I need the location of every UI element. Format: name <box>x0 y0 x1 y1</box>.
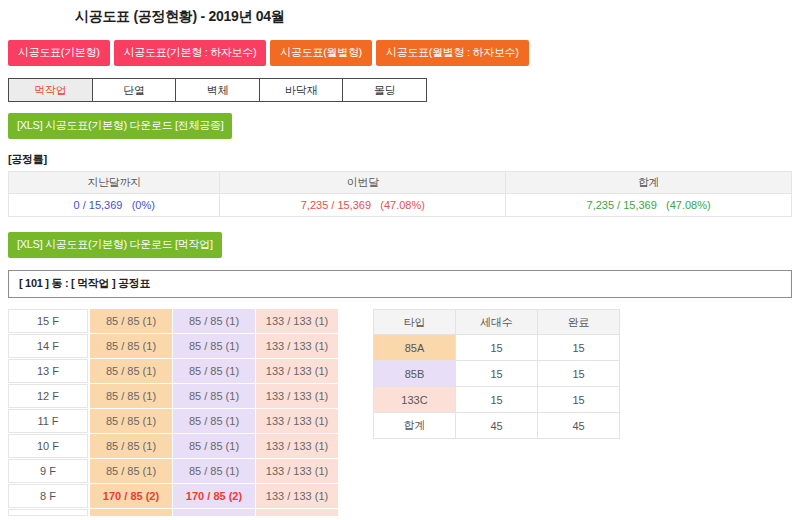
floor-cell-85b: 85 / 85 (1) <box>173 334 255 358</box>
tab-molding[interactable]: 몰딩 <box>343 78 427 102</box>
floor-cell-133c: 133 / 133 (1) <box>256 334 338 358</box>
work-type-tabs: 먹작업 단열 벽체 바닥재 몰딩 <box>8 78 427 102</box>
type-name: 85A <box>374 335 456 361</box>
floor-label: 8 F <box>8 484 88 508</box>
progress-value-last-month: 0 / 15,369 (0%) <box>9 194 220 217</box>
type-name: 133C <box>374 387 456 413</box>
content-area: 15 F 85 / 85 (1) 85 / 85 (1) 133 / 133 (… <box>8 309 792 516</box>
floor-cell-85a <box>90 509 172 516</box>
type-row-total: 합계 45 45 <box>374 413 620 439</box>
type-households: 45 <box>456 413 538 439</box>
floor-label: 10 F <box>8 434 88 458</box>
type-row-85b: 85B 15 15 <box>374 361 620 387</box>
floor-row-8f: 8 F 170 / 85 (2) 170 / 85 (2) 133 / 133 … <box>8 484 339 508</box>
floor-cell-85a-alert: 170 / 85 (2) <box>90 484 172 508</box>
progress-value-total: 7,235 / 15,369 (47.08%) <box>506 194 792 217</box>
xls-download-all-button[interactable]: [XLS] 시공도표(기본형) 다운로드 [전체공종] <box>8 113 232 139</box>
floor-label: 9 F <box>8 459 88 483</box>
floor-row-9f: 9 F 85 / 85 (1) 85 / 85 (1) 133 / 133 (1… <box>8 459 339 483</box>
progress-value-this-month: 7,235 / 15,369 (47.08%) <box>220 194 506 217</box>
chart-monthly-button[interactable]: 시공도표(월별형) <box>270 40 372 66</box>
floor-cell-85a: 85 / 85 (1) <box>90 409 172 433</box>
floor-cell-85a: 85 / 85 (1) <box>90 384 172 408</box>
floor-row-15f: 15 F 85 / 85 (1) 85 / 85 (1) 133 / 133 (… <box>8 309 339 333</box>
progress-col-this-month: 이번달 <box>220 172 506 194</box>
floor-label <box>8 509 88 516</box>
type-col-done: 완료 <box>538 310 620 335</box>
floor-row-10f: 10 F 85 / 85 (1) 85 / 85 (1) 133 / 133 (… <box>8 434 339 458</box>
floor-cell-85b: 85 / 85 (1) <box>173 359 255 383</box>
type-done: 45 <box>538 413 620 439</box>
floor-cell-85a: 85 / 85 (1) <box>90 459 172 483</box>
page-title: 시공도표 (공정현황) - 2019년 04월 <box>75 8 792 26</box>
chart-basic-defect-button[interactable]: 시공도표(기본형 : 하자보수) <box>114 40 267 66</box>
chart-type-toolbar: 시공도표(기본형) 시공도표(기본형 : 하자보수) 시공도표(월별형) 시공도… <box>8 40 792 66</box>
tab-wall[interactable]: 벽체 <box>176 78 260 102</box>
floor-row-11f: 11 F 85 / 85 (1) 85 / 85 (1) 133 / 133 (… <box>8 409 339 433</box>
floor-cell-85a: 85 / 85 (1) <box>90 434 172 458</box>
type-done: 15 <box>538 335 620 361</box>
type-col-type: 타입 <box>374 310 456 335</box>
progress-col-last-month: 지난달까지 <box>9 172 220 194</box>
floor-cell-85b: 85 / 85 (1) <box>173 309 255 333</box>
floor-cell-133c: 133 / 133 (1) <box>256 309 338 333</box>
type-households: 15 <box>456 335 538 361</box>
floor-cell-133c: 133 / 133 (1) <box>256 409 338 433</box>
floor-cell-85b: 85 / 85 (1) <box>173 459 255 483</box>
type-summary-table: 타입 세대수 완료 85A 15 15 85B 15 15 133C 15 15… <box>373 309 620 439</box>
board-title: [ 101 ] 동 : [ 먹작업 ] 공정표 <box>8 270 792 298</box>
floor-label: 11 F <box>8 409 88 433</box>
tab-meok-work[interactable]: 먹작업 <box>8 78 93 102</box>
type-done: 15 <box>538 361 620 387</box>
floor-row-clipped <box>8 509 339 516</box>
type-col-households: 세대수 <box>456 310 538 335</box>
floor-progress-grid: 15 F 85 / 85 (1) 85 / 85 (1) 133 / 133 (… <box>8 309 339 516</box>
floor-cell-85a: 85 / 85 (1) <box>90 359 172 383</box>
floor-row-12f: 12 F 85 / 85 (1) 85 / 85 (1) 133 / 133 (… <box>8 384 339 408</box>
page: 시공도표 (공정현황) - 2019년 04월 시공도표(기본형) 시공도표(기… <box>0 8 800 516</box>
floor-cell-85b-alert: 170 / 85 (2) <box>173 484 255 508</box>
floor-cell-133c <box>256 509 338 516</box>
progress-table: 지난달까지 이번달 합계 0 / 15,369 (0%) 7,235 / 15,… <box>8 171 792 217</box>
xls-download-tab-button[interactable]: [XLS] 시공도표(기본형) 다운로드 [먹작업] <box>8 232 222 258</box>
floor-label: 13 F <box>8 359 88 383</box>
floor-label: 14 F <box>8 334 88 358</box>
floor-cell-133c: 133 / 133 (1) <box>256 384 338 408</box>
type-name: 85B <box>374 361 456 387</box>
floor-cell-85b: 85 / 85 (1) <box>173 434 255 458</box>
type-name: 합계 <box>374 413 456 439</box>
floor-cell-85a: 85 / 85 (1) <box>90 334 172 358</box>
type-row-133c: 133C 15 15 <box>374 387 620 413</box>
floor-cell-133c: 133 / 133 (1) <box>256 359 338 383</box>
tab-flooring[interactable]: 바닥재 <box>260 78 344 102</box>
chart-monthly-defect-button[interactable]: 시공도표(월별형 : 하자보수) <box>376 40 529 66</box>
progress-col-total: 합계 <box>506 172 792 194</box>
floor-cell-85b: 85 / 85 (1) <box>173 384 255 408</box>
floor-cell-133c: 133 / 133 (1) <box>256 434 338 458</box>
floor-label: 15 F <box>8 309 88 333</box>
floor-label: 12 F <box>8 384 88 408</box>
type-done: 15 <box>538 387 620 413</box>
tab-insulation[interactable]: 단열 <box>93 78 177 102</box>
progress-section-label: [공정률] <box>8 152 792 167</box>
floor-row-14f: 14 F 85 / 85 (1) 85 / 85 (1) 133 / 133 (… <box>8 334 339 358</box>
type-households: 15 <box>456 361 538 387</box>
type-row-85a: 85A 15 15 <box>374 335 620 361</box>
floor-cell-133c: 133 / 133 (1) <box>256 484 338 508</box>
type-households: 15 <box>456 387 538 413</box>
floor-cell-85a: 85 / 85 (1) <box>90 309 172 333</box>
floor-cell-133c: 133 / 133 (1) <box>256 459 338 483</box>
floor-row-13f: 13 F 85 / 85 (1) 85 / 85 (1) 133 / 133 (… <box>8 359 339 383</box>
floor-cell-85b: 85 / 85 (1) <box>173 409 255 433</box>
floor-cell-85b <box>173 509 255 516</box>
chart-basic-button[interactable]: 시공도표(기본형) <box>8 40 110 66</box>
